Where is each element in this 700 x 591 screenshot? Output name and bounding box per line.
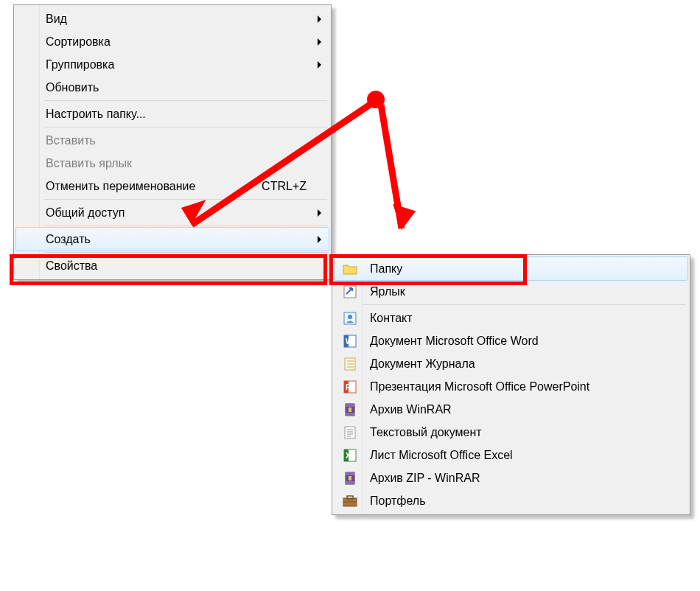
menu-item-label: Вставить ярлык — [46, 157, 132, 170]
menu-separator — [44, 127, 327, 127]
main-menu-item-обновить[interactable]: Обновить — [16, 76, 329, 99]
sub-menu-item-ярлык[interactable]: Ярлык — [335, 280, 687, 303]
menu-item-label: Папку — [370, 262, 402, 276]
word-icon: W — [342, 333, 358, 349]
svg-point-2 — [348, 315, 352, 319]
svg-text:W: W — [346, 338, 353, 346]
sub-menu-item-документ-журнала[interactable]: Документ Журнала — [335, 352, 687, 375]
menu-item-label: Ярлык — [370, 285, 405, 298]
sub-menu-item-портфель[interactable]: Портфель — [335, 489, 687, 512]
powerpoint-icon: P — [342, 379, 358, 395]
text-icon — [342, 424, 358, 441]
sub-menu-item-архив-winrar[interactable]: Архив WinRAR — [335, 398, 687, 421]
menu-item-label: Вид — [46, 13, 67, 26]
main-menu-item-вставить: Вставить — [16, 129, 329, 152]
svg-rect-27 — [346, 481, 354, 484]
svg-rect-17 — [345, 427, 355, 438]
sub-menu-item-лист-microsoft-office-excel[interactable]: XЛист Microsoft Office Excel — [335, 444, 687, 466]
svg-line-35 — [381, 105, 402, 228]
main-menu-item-вставить-ярлык: Вставить ярлык — [16, 152, 329, 175]
chevron-right-icon — [318, 61, 321, 69]
menu-item-label: Архив WinRAR — [370, 403, 452, 416]
chevron-right-icon — [318, 209, 321, 217]
briefcase-icon — [342, 493, 358, 509]
menu-item-label: Настроить папку... — [46, 108, 146, 121]
sub-menu-item-документ-microsoft-office-word[interactable]: WДокумент Microsoft Office Word — [335, 329, 687, 352]
menu-item-label: Документ Microsoft Office Word — [370, 335, 539, 348]
svg-rect-16 — [349, 408, 351, 412]
menu-separator — [44, 100, 327, 101]
menu-item-label: Архив ZIP - WinRAR — [370, 472, 480, 485]
excel-icon: X — [342, 447, 358, 464]
menu-separator — [44, 252, 327, 253]
sub-menu-item-презентация-microsoft-office-powerpoint[interactable]: PПрезентация Microsoft Office PowerPoint — [335, 375, 687, 398]
menu-item-shortcut: CTRL+Z — [262, 180, 321, 193]
menu-item-label: Отменить переименование — [46, 180, 195, 193]
svg-rect-28 — [349, 476, 351, 480]
main-menu-item-свойства[interactable]: Свойства — [16, 254, 329, 277]
menu-item-label: Вставить — [46, 134, 96, 147]
chevron-right-icon — [318, 15, 321, 23]
sub-menu-item-контакт[interactable]: Контакт — [335, 307, 687, 329]
menu-item-label: Портфель — [370, 494, 425, 508]
menu-separator — [44, 199, 327, 200]
context-menu-main: ВидСортировкаГруппировкаОбновитьНастроит… — [13, 4, 332, 280]
menu-item-label: Контакт — [370, 312, 413, 325]
menu-item-label: Презентация Microsoft Office PowerPoint — [370, 380, 589, 394]
menu-item-label: Обновить — [46, 81, 99, 94]
svg-rect-14 — [346, 404, 354, 407]
journal-icon — [342, 356, 358, 372]
menu-separator — [363, 304, 686, 305]
context-menu-create: ПапкуЯрлыкКонтактWДокумент Microsoft Off… — [332, 254, 690, 515]
main-menu-item-группировка[interactable]: Группировка — [16, 53, 329, 76]
contact-icon — [342, 310, 358, 326]
shortcut-icon — [342, 284, 358, 300]
svg-rect-15 — [346, 413, 354, 416]
menu-item-label: Свойства — [46, 259, 97, 273]
chevron-right-icon — [318, 236, 321, 243]
winrar-icon — [342, 470, 358, 486]
svg-rect-26 — [346, 472, 354, 475]
menu-item-label: Общий доступ — [46, 206, 125, 220]
winrar-icon — [342, 402, 358, 418]
folder-icon — [342, 261, 358, 277]
sub-menu-item-папку[interactable]: Папку — [334, 256, 688, 281]
main-menu-item-вид[interactable]: Вид — [16, 7, 329, 30]
svg-rect-30 — [347, 496, 353, 499]
menu-item-label: Текстовый документ — [370, 426, 482, 439]
main-menu-item-создать[interactable]: Создать — [15, 227, 329, 251]
main-menu-item-сортировка[interactable]: Сортировка — [16, 30, 329, 53]
menu-item-label: Группировка — [46, 58, 114, 71]
sub-menu-item-текстовый-документ[interactable]: Текстовый документ — [335, 421, 687, 444]
svg-text:P: P — [346, 383, 351, 391]
svg-text:X: X — [346, 452, 351, 460]
chevron-right-icon — [318, 38, 321, 46]
main-menu-item-настроить-папку[interactable]: Настроить папку... — [16, 102, 329, 125]
menu-item-label: Создать — [46, 233, 91, 246]
svg-marker-36 — [391, 204, 416, 231]
menu-item-label: Сортировка — [46, 35, 111, 49]
annotation-dot — [367, 91, 385, 108]
menu-item-label: Лист Microsoft Office Excel — [370, 449, 513, 462]
sub-menu-item-архив-zip-winrar[interactable]: Архив ZIP - WinRAR — [335, 466, 687, 489]
main-menu-item-общий-доступ[interactable]: Общий доступ — [16, 201, 329, 224]
menu-item-label: Документ Журнала — [370, 357, 475, 371]
menu-separator — [44, 225, 327, 226]
main-menu-item-отменить-переименование[interactable]: Отменить переименованиеCTRL+Z — [16, 175, 329, 197]
